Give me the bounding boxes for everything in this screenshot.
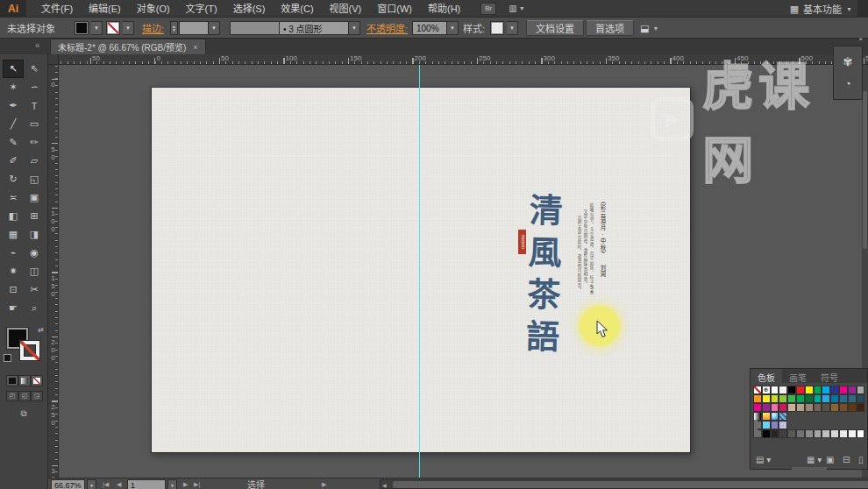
style-dropdown[interactable]: ▼ (507, 18, 518, 39)
close-icon[interactable]: × (858, 35, 863, 43)
swatch-options-icon[interactable]: ▣ (826, 455, 834, 464)
swatch-gradient[interactable] (771, 412, 779, 421)
fill-color-swatch[interactable] (75, 18, 88, 39)
first-artboard-button[interactable]: |◀ (103, 478, 109, 489)
menu-item[interactable]: 帮助(H) (420, 0, 468, 18)
last-artboard-button[interactable]: ▶| (194, 478, 200, 489)
gradient-tool[interactable]: ◨ (24, 225, 45, 244)
swatch[interactable] (848, 403, 857, 412)
swatch[interactable] (753, 394, 762, 403)
menu-item[interactable]: 文件(F) (33, 0, 81, 18)
guide-line[interactable] (419, 65, 420, 478)
swatch[interactable] (830, 429, 839, 438)
artboard-tool[interactable]: ⊡ (3, 280, 24, 299)
menu-item[interactable]: 视图(V) (322, 0, 370, 18)
swatch[interactable] (857, 394, 865, 403)
stroke-link[interactable]: 描边: (142, 18, 164, 39)
previous-artboard-button[interactable]: ◀ (117, 478, 121, 489)
screen-mode-button[interactable]: ⧉ (14, 407, 33, 421)
blob-brush-tool[interactable]: ✐ (3, 152, 24, 170)
gradient-button[interactable] (18, 375, 31, 386)
swatch[interactable] (839, 394, 848, 403)
swatch[interactable] (779, 394, 787, 403)
horizontal-ruler[interactable]: 50050100150200250300350400450500550 (59, 54, 868, 65)
close-icon[interactable]: × (193, 43, 197, 52)
swatch[interactable] (814, 386, 822, 394)
horizontal-scrollbar-thumb[interactable] (393, 481, 868, 488)
artboard[interactable] (151, 87, 691, 453)
swatch[interactable] (839, 429, 848, 438)
type-tool[interactable]: T (24, 96, 45, 115)
menu-item[interactable]: 编辑(E) (81, 0, 129, 18)
mesh-tool[interactable]: ▦ (3, 225, 24, 244)
magic-wand-tool[interactable]: ✶ (3, 78, 24, 96)
swatch[interactable] (839, 386, 848, 394)
stroke-color-indicator[interactable] (19, 340, 40, 361)
symbol-sprayer-tool[interactable]: ✷ (3, 262, 24, 280)
direct-selection-tool[interactable]: ⇖ (24, 60, 45, 78)
swatch[interactable] (771, 394, 779, 403)
menu-item[interactable]: 效果(C) (273, 0, 321, 18)
draw-behind-button[interactable]: ◱ (18, 391, 31, 401)
swatch[interactable] (822, 429, 830, 438)
swatch[interactable] (753, 403, 762, 412)
scroll-left-arrow[interactable]: ◀ (382, 482, 387, 488)
tab-色板[interactable]: 色板 (751, 369, 782, 383)
eyedropper-tool[interactable]: ⌁ (3, 244, 24, 262)
width-tool[interactable]: ≍ (3, 188, 24, 207)
stroke-color-dropdown[interactable]: ▼ (123, 18, 134, 39)
swatch[interactable] (771, 403, 779, 412)
vertical-scrollbar-thumb[interactable] (863, 91, 867, 249)
swatch[interactable] (830, 403, 839, 412)
next-artboard-button[interactable]: ▶ (183, 478, 188, 489)
swatch[interactable] (822, 394, 830, 403)
status-expand-arrow[interactable]: ▶ (322, 478, 326, 489)
workspace-switcher[interactable]: ▦ 基本功能 ▼ (790, 0, 852, 18)
swatch[interactable] (779, 429, 787, 438)
default-fill-stroke-icon[interactable] (4, 354, 11, 362)
stroke-weight-field[interactable]: ▼ (179, 18, 220, 39)
artboard-dropdown[interactable]: ▼ (167, 479, 177, 489)
menu-item[interactable]: 文字(T) (178, 0, 225, 18)
shape-builder-tool[interactable]: ◧ (3, 207, 24, 225)
swatch[interactable] (857, 403, 865, 412)
swatch[interactable] (857, 429, 865, 438)
lasso-tool[interactable]: ∽ (24, 78, 45, 96)
swatch[interactable] (814, 403, 822, 412)
swatch[interactable] (805, 403, 814, 412)
swatch-gradient[interactable] (762, 412, 771, 421)
swatch-libraries-icon[interactable]: ▤ ▾ (756, 455, 771, 464)
preferences-button[interactable]: 首选项 (586, 18, 634, 39)
eraser-tool[interactable]: ▱ (24, 152, 45, 170)
swatch[interactable] (796, 394, 805, 403)
rectangle-tool[interactable]: ▭ (24, 115, 45, 133)
none-button[interactable] (31, 375, 43, 386)
swatch[interactable] (814, 394, 822, 403)
stroke-weight-stepper[interactable]: ▲▼ (170, 18, 178, 39)
line-segment-tool[interactable]: ╱ (3, 115, 24, 133)
swatch[interactable] (787, 394, 796, 403)
document-tab[interactable]: 未标题-2* @ 66.67% (RGB/预览) × (50, 39, 206, 54)
style-swatch[interactable] (491, 18, 503, 39)
tab-符号[interactable]: 符号 (814, 369, 845, 383)
slice-tool[interactable]: ✂ (24, 280, 45, 299)
menu-item[interactable]: 选择(S) (225, 0, 274, 18)
brush-definition-dropdown[interactable]: • 3 点圆形 ▼ (279, 18, 360, 39)
blend-tool[interactable]: ◉ (24, 244, 45, 262)
hand-tool[interactable]: ☛ (3, 299, 24, 317)
tab-画笔[interactable]: 画笔 (782, 369, 814, 383)
swatch[interactable] (814, 429, 822, 438)
zoom-tool[interactable]: ⌕ (24, 299, 45, 317)
swatch[interactable] (822, 403, 830, 412)
swatch[interactable] (779, 386, 787, 394)
swap-fill-stroke-icon[interactable]: ⇄ (38, 326, 44, 334)
swatch-kinds-icon[interactable]: ▦ ▾ (807, 455, 822, 464)
swatch[interactable] (787, 386, 796, 394)
swatch[interactable] (779, 421, 787, 429)
swatch[interactable] (805, 429, 814, 438)
draw-normal-button[interactable]: ◰ (6, 391, 18, 401)
zoom-dropdown[interactable]: ▼ (87, 479, 96, 489)
swatch[interactable] (771, 386, 779, 394)
app-logo[interactable]: Ai (0, 0, 26, 18)
pen-tool[interactable]: ✒ (3, 96, 24, 115)
